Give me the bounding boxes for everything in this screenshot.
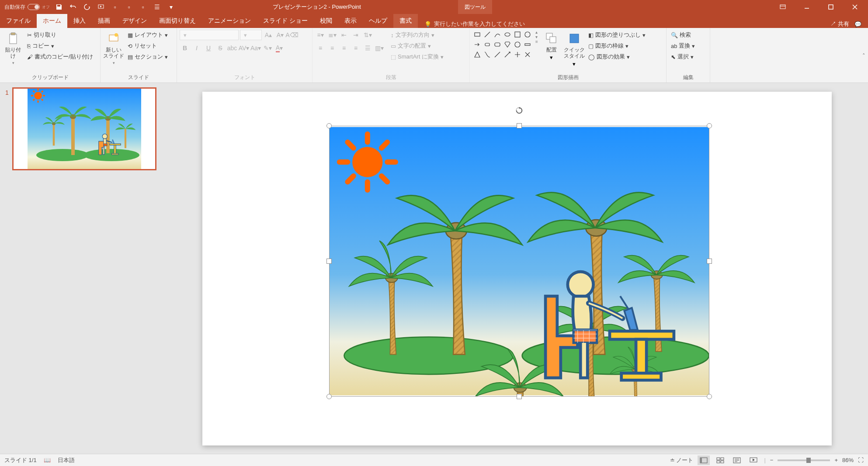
shape-outline-button[interactable]: ▢図形の枠線 ▾ xyxy=(587,41,647,51)
section-button[interactable]: ▤セクション ▾ xyxy=(126,52,170,62)
select-button[interactable]: ⬉選択 ▾ xyxy=(669,52,697,62)
text-direction-button[interactable]: ↕文字列の方向 ▾ xyxy=(389,30,445,40)
tab-format[interactable]: 書式 xyxy=(393,14,418,28)
tab-slideshow[interactable]: スライド ショー xyxy=(257,14,314,28)
tab-animations[interactable]: アニメーション xyxy=(202,14,257,28)
selection-handle-se[interactable] xyxy=(707,394,712,399)
slide-sorter-view-icon[interactable] xyxy=(714,456,726,465)
reset-button[interactable]: ⟲リセット xyxy=(126,41,170,51)
italic-icon[interactable]: I xyxy=(191,43,202,53)
bold-icon[interactable]: B xyxy=(180,43,190,53)
decrease-indent-icon[interactable]: ⇤ xyxy=(339,30,349,40)
qat-icon-3[interactable]: ▫ xyxy=(138,2,148,12)
tab-review[interactable]: 校閲 xyxy=(314,14,338,28)
qat-slideshow-icon[interactable] xyxy=(96,2,106,12)
tab-view[interactable]: 表示 xyxy=(338,14,363,28)
change-case-icon[interactable]: Aa▾ xyxy=(250,43,261,53)
autosave-toggle[interactable]: 自動保存 オフ xyxy=(4,3,50,11)
comments-icon[interactable]: 💬 xyxy=(854,21,861,28)
spell-check-icon[interactable]: 📖 xyxy=(44,457,51,463)
decrease-font-icon[interactable]: A▾ xyxy=(275,30,285,40)
selection-handle-nw[interactable] xyxy=(326,123,332,128)
justify-icon[interactable]: ≡ xyxy=(351,43,361,53)
increase-font-icon[interactable]: A▴ xyxy=(263,30,274,40)
selection-handle-w[interactable] xyxy=(326,259,332,264)
selection-handle-sw[interactable] xyxy=(326,394,332,399)
columns-icon[interactable]: ▥▾ xyxy=(374,43,385,53)
font-size-combo[interactable]: ▾ xyxy=(240,30,262,40)
tab-help[interactable]: ヘルプ xyxy=(363,14,393,28)
align-center-icon[interactable]: ≡ xyxy=(327,43,337,53)
align-text-button[interactable]: ▭文字の配置 ▾ xyxy=(389,41,445,51)
font-name-combo[interactable]: ▾ xyxy=(180,30,239,40)
touch-mode-icon[interactable]: ☰ xyxy=(152,2,162,12)
rotation-handle-icon[interactable] xyxy=(515,107,523,114)
collapse-ribbon-icon[interactable]: ˄ xyxy=(862,52,865,59)
fit-to-window-icon[interactable]: ⛶ xyxy=(858,457,864,463)
smartart-button[interactable]: ⬚SmartArt に変換 ▾ xyxy=(389,52,445,62)
minimize-icon[interactable] xyxy=(798,0,816,14)
slideshow-view-icon[interactable] xyxy=(747,456,760,465)
new-slide-button[interactable]: 新しい スライド ▾ xyxy=(103,30,124,67)
increase-indent-icon[interactable]: ⇥ xyxy=(351,30,361,40)
quick-styles-button[interactable]: クイック スタイル▾ xyxy=(564,30,585,69)
language-indicator[interactable]: 日本語 xyxy=(58,456,75,464)
align-right-icon[interactable]: ≡ xyxy=(339,43,349,53)
maximize-icon[interactable] xyxy=(822,0,840,14)
bullets-icon[interactable]: ≡▾ xyxy=(315,30,326,40)
qat-icon-1[interactable]: ▫ xyxy=(110,2,120,12)
ribbon-display-options-icon[interactable] xyxy=(774,0,792,14)
selection-handle-n[interactable] xyxy=(517,123,522,128)
replace-button[interactable]: ab置換 ▾ xyxy=(669,41,697,51)
zoom-slider[interactable] xyxy=(778,459,830,461)
arrange-button[interactable]: 配置▾ xyxy=(541,30,562,62)
tab-file[interactable]: ファイル xyxy=(0,14,37,28)
zoom-in-icon[interactable]: + xyxy=(834,457,838,463)
tab-draw[interactable]: 描画 xyxy=(92,14,116,28)
strikethrough-icon[interactable]: S xyxy=(215,43,226,53)
selection-handle-s[interactable] xyxy=(517,394,522,399)
close-icon[interactable] xyxy=(846,0,864,14)
shape-effects-button[interactable]: ◯図形の効果 ▾ xyxy=(587,52,647,62)
find-button[interactable]: 🔍検索 xyxy=(669,30,697,40)
normal-view-icon[interactable] xyxy=(698,456,710,465)
cut-button[interactable]: ✂切り取り xyxy=(25,30,95,40)
shape-fill-button[interactable]: ◧図形の塗りつぶし ▾ xyxy=(587,30,647,40)
redo-icon[interactable] xyxy=(82,2,92,12)
align-left-icon[interactable]: ≡ xyxy=(315,43,326,53)
save-icon[interactable] xyxy=(54,2,64,12)
slide-thumbnail-1[interactable] xyxy=(12,87,156,170)
selection-handle-ne[interactable] xyxy=(707,123,712,128)
share-button[interactable]: ↗ 共有 xyxy=(830,20,849,28)
layout-button[interactable]: ▦レイアウト ▾ xyxy=(126,30,170,40)
underline-icon[interactable]: U xyxy=(203,43,214,53)
font-color-icon[interactable]: A▾ xyxy=(274,43,285,53)
tab-home[interactable]: ホーム xyxy=(37,14,67,28)
tab-transitions[interactable]: 画面切り替え xyxy=(153,14,202,28)
clear-formatting-icon[interactable]: A⌫ xyxy=(287,30,297,40)
tab-design[interactable]: デザイン xyxy=(116,14,153,28)
reading-view-icon[interactable] xyxy=(731,456,743,465)
tab-insert[interactable]: 挿入 xyxy=(67,14,92,28)
notes-button[interactable]: ≐ ノート xyxy=(670,456,694,464)
qat-dropdown-icon[interactable]: ▾ xyxy=(166,2,176,12)
paste-button[interactable]: 貼り付け ▾ xyxy=(3,30,24,67)
copy-button[interactable]: ⎘コピー ▾ xyxy=(25,41,95,51)
qat-icon-2[interactable]: ▫ xyxy=(124,2,134,12)
distributed-icon[interactable]: ☰ xyxy=(362,43,373,53)
selection-handle-e[interactable] xyxy=(707,259,712,264)
selected-picture[interactable] xyxy=(329,126,709,397)
zoom-level[interactable]: 86% xyxy=(842,457,854,463)
char-spacing-icon[interactable]: AV▾ xyxy=(239,43,249,53)
highlight-icon[interactable]: ✎▾ xyxy=(262,43,273,53)
tell-me-input[interactable]: 💡 実行したい作業を入力してください xyxy=(418,20,830,28)
undo-icon[interactable] xyxy=(68,2,78,12)
thumbnail-panel[interactable]: 1 xyxy=(0,83,166,454)
slide-canvas-area[interactable] xyxy=(166,83,868,454)
shadow-icon[interactable]: abc xyxy=(227,43,237,53)
format-painter-button[interactable]: 🖌書式のコピー/貼り付け xyxy=(25,52,95,62)
shapes-gallery[interactable] xyxy=(472,30,532,59)
zoom-out-icon[interactable]: − xyxy=(770,457,774,463)
line-spacing-icon[interactable]: ⇅▾ xyxy=(362,30,373,40)
numbering-icon[interactable]: ≣▾ xyxy=(327,30,337,40)
